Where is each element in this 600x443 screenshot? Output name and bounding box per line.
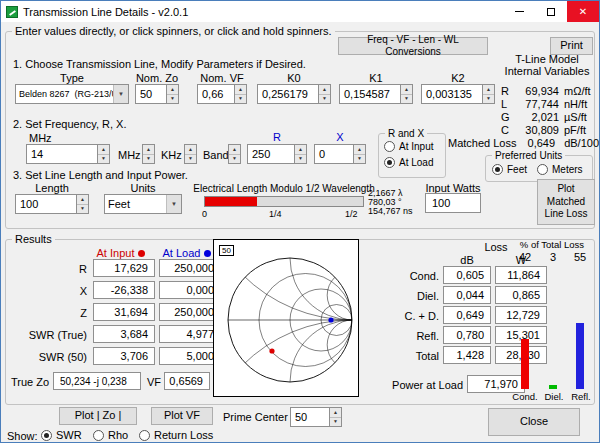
nom-zo-value[interactable]: 50 — [135, 84, 166, 104]
prime-center-spinner[interactable]: 50 ▲▼ — [290, 407, 342, 427]
x-value[interactable]: 0 — [314, 144, 353, 164]
minimize-button[interactable] — [503, 1, 535, 22]
chevron-down-icon[interactable]: ▼ — [166, 195, 181, 213]
frequency-spinner[interactable]: 14 ▲▼ — [26, 144, 110, 164]
input-watts-field[interactable]: 100 — [425, 193, 481, 213]
radio-feet[interactable]: Feet — [492, 164, 527, 175]
conversions-button[interactable]: Freq - VF - Len - WL Conversions — [338, 37, 488, 55]
length-value[interactable]: 100 — [15, 194, 76, 214]
result-row-label: SWR (True) — [9, 329, 87, 341]
line-type-dropdown[interactable]: Belden 8267 (RG-213/U) ▼ — [15, 84, 129, 104]
plot-vf-button[interactable]: Plot VF — [151, 407, 213, 425]
spin-up-icon[interactable]: ▲ — [235, 85, 246, 94]
loss-db-header: dB — [443, 254, 491, 266]
prime-center-label: Prime Center — [223, 411, 288, 423]
spin-up-icon[interactable]: ▲ — [483, 85, 494, 94]
spin-down-icon[interactable]: ▼ — [167, 94, 178, 104]
spin-down-icon[interactable]: ▼ — [229, 154, 240, 164]
at-load-header: At Load — [153, 247, 221, 259]
band-step-spinner[interactable]: ▲▼ — [228, 144, 241, 164]
spin-down-icon[interactable]: ▼ — [330, 417, 341, 427]
r-value[interactable]: 250 — [247, 144, 294, 164]
radio-show-rho[interactable]: Rho — [93, 429, 128, 441]
close-dialog-button[interactable]: Close — [488, 408, 580, 436]
k2-value[interactable]: 0,003135 — [421, 84, 482, 104]
prime-center-value[interactable]: 50 — [290, 407, 329, 427]
spin-up-icon[interactable]: ▲ — [330, 408, 341, 417]
spin-up-icon[interactable]: ▲ — [401, 85, 412, 94]
radio-show-return-loss[interactable]: Return Loss — [139, 429, 213, 441]
spin-down-icon[interactable]: ▼ — [185, 154, 196, 164]
spin-up-icon[interactable]: ▲ — [185, 145, 196, 154]
k1-spinner[interactable]: 0,154587 ▲▼ — [339, 84, 413, 104]
spin-up-icon[interactable]: ▲ — [143, 145, 154, 154]
spin-up-icon[interactable]: ▲ — [98, 145, 109, 154]
radio-meters[interactable]: Meters — [537, 164, 583, 175]
close-button[interactable]: ✕ — [567, 1, 599, 22]
result-at-input: 3,706 — [93, 347, 155, 365]
chevron-down-icon[interactable]: ▼ — [113, 85, 128, 103]
k2-spinner[interactable]: 0,003135 ▲▼ — [421, 84, 495, 104]
spin-down-icon[interactable]: ▼ — [235, 94, 246, 104]
var-value: 2,021 — [515, 111, 559, 123]
maximize-button[interactable] — [535, 1, 567, 22]
plot-zo-button[interactable]: Plot | Zo | — [59, 407, 137, 425]
spin-down-icon[interactable]: ▼ — [401, 94, 412, 104]
radio-at-input[interactable]: At Input — [384, 141, 433, 152]
r-label: R — [247, 131, 307, 143]
title-bar: Transmission Line Details - v2.0.1 ✕ — [1, 1, 599, 22]
electrical-length-slider[interactable] — [204, 196, 364, 207]
mhz-step-spinner[interactable]: ▲▼ — [142, 144, 155, 164]
result-at-load: 0,000 — [159, 281, 221, 299]
bar-label-diel: Diel. — [541, 391, 567, 402]
radio-show-swr[interactable]: SWR — [41, 429, 82, 441]
spin-down-icon[interactable]: ▼ — [77, 204, 88, 214]
nom-zo-spinner[interactable]: 50 ▲▼ — [135, 84, 179, 104]
bar-label-cond: Cond. — [509, 391, 541, 402]
show-label: Show: — [7, 430, 38, 442]
spin-up-icon[interactable]: ▲ — [319, 85, 330, 94]
var-value: 77,744 — [515, 98, 559, 110]
spin-down-icon[interactable]: ▼ — [319, 94, 330, 104]
k0-value[interactable]: 0,256179 — [257, 84, 318, 104]
radio-icon — [537, 164, 548, 175]
spin-up-icon[interactable]: ▲ — [229, 145, 240, 154]
tick-quarter: 1/4 — [269, 209, 282, 219]
tick-half: 1/2 — [345, 209, 358, 219]
khz-step-spinner[interactable]: ▲▼ — [184, 144, 197, 164]
spin-up-icon[interactable]: ▲ — [354, 145, 365, 154]
k1-value[interactable]: 0,154587 — [339, 84, 400, 104]
at-input-header: At Input — [87, 247, 155, 259]
spin-down-icon[interactable]: ▼ — [98, 154, 109, 164]
spin-up-icon[interactable]: ▲ — [77, 195, 88, 204]
spin-down-icon[interactable]: ▼ — [483, 94, 494, 104]
spin-up-icon[interactable]: ▲ — [295, 145, 306, 154]
radio-at-load[interactable]: At Load — [384, 157, 433, 168]
k0-spinner[interactable]: 0,256179 ▲▼ — [257, 84, 331, 104]
internal-var-row: G 2,021 µS/ft — [501, 111, 595, 123]
spin-up-icon[interactable]: ▲ — [167, 85, 178, 94]
length-spinner[interactable]: 100 ▲▼ — [15, 194, 89, 214]
mhz-step-label: MHz — [118, 149, 141, 161]
spin-down-icon[interactable]: ▼ — [143, 154, 154, 164]
results-group-label: Results — [12, 233, 55, 245]
true-zo-value: 50,234 -j 0,238 — [53, 372, 141, 390]
r-spinner[interactable]: 250 ▲▼ — [247, 144, 307, 164]
plot-matched-line-loss-button[interactable]: Plot Matched Line Loss — [537, 179, 595, 225]
nom-vf-value[interactable]: 0,66 — [197, 84, 234, 104]
nom-vf-spinner[interactable]: 0,66 ▲▼ — [197, 84, 247, 104]
electrical-length-fill — [205, 197, 257, 206]
frequency-value[interactable]: 14 — [26, 144, 97, 164]
tline-model-title-2: Internal Variables — [499, 65, 595, 77]
result-at-load: 4,977 — [159, 325, 221, 343]
loss-bar-diel — [549, 265, 557, 389]
units-dropdown[interactable]: Feet ▼ — [104, 194, 182, 214]
result-row-label: Z — [9, 307, 87, 319]
spin-down-icon[interactable]: ▼ — [354, 154, 365, 164]
section2-title: 2. Set Frequency, R, X. — [13, 118, 127, 130]
x-spinner[interactable]: 0 ▲▼ — [314, 144, 366, 164]
input-point — [269, 348, 274, 353]
pct-value: 3 — [543, 251, 563, 263]
spin-down-icon[interactable]: ▼ — [295, 154, 306, 164]
radio-icon — [41, 430, 52, 441]
